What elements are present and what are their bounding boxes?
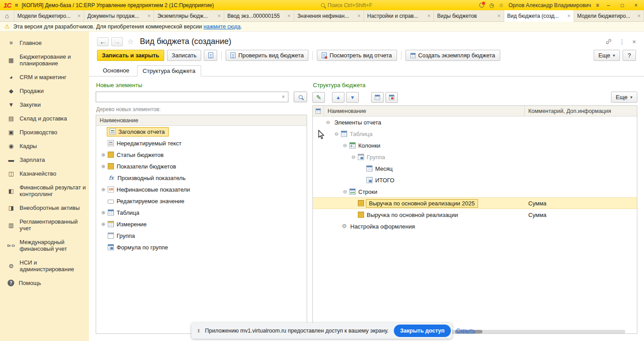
tab-close-icon[interactable]: × (77, 13, 81, 19)
tab-close-icon[interactable]: × (218, 13, 221, 19)
structure-row-revenue[interactable]: Выручка по основной реализации Сумма (313, 209, 637, 221)
structure-row-formatting-settings[interactable]: ⚙Настройка оформления (313, 221, 637, 232)
tree-item-report-header[interactable]: Заголовок отчета (96, 126, 307, 137)
structure-row-rows[interactable]: ⊖Строки (313, 186, 637, 197)
save-and-close-button[interactable]: Записать и закрыть (97, 50, 164, 61)
maximize-button[interactable]: □ (618, 2, 627, 8)
minimize-button[interactable]: – (604, 2, 613, 8)
tab-main[interactable]: Основное (97, 65, 135, 76)
expand-icon[interactable]: ⊕ (100, 210, 107, 216)
hide-toast-link[interactable]: Скрыть (456, 328, 475, 334)
expand-icon[interactable]: ⊕ (100, 152, 107, 158)
sidebar-item-master-data-admin[interactable]: ⚙НСИ и администрирование (0, 256, 89, 276)
pause-icon[interactable]: ‖ (198, 328, 200, 333)
tree-item-table[interactable]: ⊕Таблица (96, 207, 307, 218)
home-tab[interactable]: ⌂ (0, 10, 14, 21)
tree-item-group-formula[interactable]: Формула по группе (96, 241, 307, 253)
tab-close-icon[interactable]: × (357, 13, 360, 19)
collapse-icon[interactable]: ⊖ (333, 131, 340, 137)
save-icon-button[interactable] (204, 50, 217, 61)
structure-row-month[interactable]: Месяц (313, 163, 637, 174)
view-report-button[interactable]: Посмотреть вид отчета (317, 50, 397, 61)
collapse-icon[interactable]: ⊖ (341, 143, 348, 148)
tab-budget-structure[interactable]: Структура бюджета (137, 65, 201, 76)
move-down-button[interactable]: ▼ (346, 92, 359, 103)
back-button[interactable]: ← (97, 37, 109, 46)
tab-close-icon[interactable]: × (567, 13, 571, 19)
tab-close-icon[interactable]: × (637, 13, 640, 19)
tree-item-budget-articles[interactable]: ⊕Статьи бюджетов (96, 149, 307, 160)
search-button[interactable] (294, 92, 307, 102)
structure-row-revenue-2025[interactable]: Выручка по основной реализации 2025 Сумм… (313, 197, 637, 209)
structure-row-columns[interactable]: ⊖Колонки (313, 140, 637, 151)
create-budget-instance-button[interactable]: Создать экземпляр бюджета (405, 50, 500, 61)
tab-close-icon[interactable]: × (427, 13, 430, 19)
structure-more-button[interactable]: Еще▾ (611, 92, 637, 103)
tab-close-icon[interactable]: × (288, 13, 291, 19)
tree-settings-icon[interactable] (313, 108, 324, 114)
sidebar-item-noncurrent-assets[interactable]: ◨Внеоборотные активы (0, 201, 89, 215)
structure-row-report-elements[interactable]: ⊖Элементы отчета (313, 116, 637, 128)
tab-budget-models-1[interactable]: Модели бюджетиро...× (14, 10, 84, 21)
sidebar-item-treasury[interactable]: ◫Казначейство (0, 167, 89, 181)
move-out-of-group-button[interactable] (385, 92, 398, 103)
tab-nonfinancial-values[interactable]: Значения нефинан...× (294, 10, 364, 21)
new-elements-search-input[interactable] (96, 92, 279, 102)
expand-icon[interactable]: ⊕ (100, 221, 107, 227)
save-button[interactable]: Записать (167, 50, 202, 61)
notifications-icon[interactable] (479, 3, 484, 8)
sidebar-item-financial-result[interactable]: ◧Финансовый результат и контроллинг (0, 181, 89, 201)
global-search[interactable]: Поиск Ctrl+Shift+F (321, 2, 373, 8)
tree-item-group[interactable]: Группа (96, 230, 307, 241)
buy-commercial-link[interactable]: нажмите сюда (203, 24, 240, 30)
tree-item-editable-value[interactable]: Редактируемое значение (96, 195, 307, 207)
clear-search-icon[interactable]: × (279, 94, 288, 100)
sidebar-item-purchases[interactable]: ▼Закупки (0, 98, 89, 112)
sidebar-item-hr[interactable]: ◉Кадры (0, 139, 89, 153)
tab-budget-instances[interactable]: Экземпляры бюдж...× (154, 10, 224, 21)
sidebar-item-warehouse[interactable]: ▤Склад и доставка (0, 112, 89, 125)
tree-item-derived-indicator[interactable]: fxПроизводный показатель (96, 172, 307, 184)
tree-item-nonfinancial-indicators[interactable]: ⊕123Нефинансовые показатели (96, 184, 307, 195)
move-into-group-button[interactable] (371, 92, 384, 103)
history-icon[interactable]: ◷ (489, 2, 494, 8)
forward-button[interactable]: → (111, 37, 123, 46)
sidebar-item-main[interactable]: ≡Главное (0, 36, 89, 50)
sidebar-item-budgeting[interactable]: ▦Бюджетирование и планирование (0, 50, 89, 70)
form-menu-kebab-icon[interactable]: ⋮ (619, 38, 625, 45)
sidebar-item-payroll[interactable]: ▬Зарплата (0, 153, 89, 167)
expand-icon[interactable]: ⊕ (100, 187, 107, 193)
tree-item-budget-indicators[interactable]: ⊕Показатели бюджетов (96, 160, 307, 172)
tab-budget-models-2[interactable]: Модели бюджетиро...× (574, 10, 644, 21)
move-up-button[interactable]: ▲ (332, 92, 344, 103)
tab-sales-documents[interactable]: Документы продаж...× (84, 10, 154, 21)
favorites-icon[interactable]: ☆ (499, 2, 504, 8)
tab-budget-kinds[interactable]: Виды бюджетов× (434, 10, 504, 21)
expand-icon[interactable]: ⊕ (100, 164, 107, 169)
sidebar-item-regulated-accounting[interactable]: ▥Регламентированный учет (0, 215, 89, 235)
tab-settings-references[interactable]: Настройки и справ...× (364, 10, 434, 21)
check-budget-view-button[interactable]: Проверить вид бюджета (226, 50, 308, 61)
favorite-star-icon[interactable]: ☆ (127, 37, 134, 46)
structure-row-total[interactable]: ИТОГО (313, 174, 637, 186)
tab-close-icon[interactable]: × (498, 13, 501, 19)
collapse-icon[interactable]: ⊖ (341, 189, 348, 195)
tab-instance-entry[interactable]: Ввод экз...000000155× (224, 10, 294, 21)
main-menu-icon[interactable]: ≡ (15, 2, 18, 8)
help-button[interactable]: ? (623, 50, 636, 61)
tree-item-static-text[interactable]: Нередактируемый текст (96, 137, 307, 149)
tree-item-dimension[interactable]: ⊕Измерение (96, 218, 307, 230)
structure-row-group[interactable]: ⊖Группа (313, 151, 637, 163)
sidebar-item-ifrs[interactable]: Dr CrМеждународный финансовый учет (0, 235, 89, 256)
sidebar-item-sales[interactable]: ◆Продажи (0, 84, 89, 98)
quick-menu-icon[interactable]: ≡ (596, 2, 599, 8)
user-name[interactable]: Орлов Александр Владимирович (508, 2, 591, 8)
structure-row-table[interactable]: ⊖Таблица (313, 128, 637, 140)
window-close-button[interactable]: × (632, 2, 640, 8)
sidebar-item-production[interactable]: ▣Производство (0, 125, 89, 139)
form-close-icon[interactable]: × (632, 38, 636, 45)
collapse-icon[interactable]: ⊖ (324, 120, 332, 125)
tab-close-icon[interactable]: × (147, 13, 150, 19)
collapse-icon[interactable]: ⊖ (350, 154, 357, 160)
tab-budget-kind-new[interactable]: Вид бюджета (созд...× (504, 10, 574, 22)
